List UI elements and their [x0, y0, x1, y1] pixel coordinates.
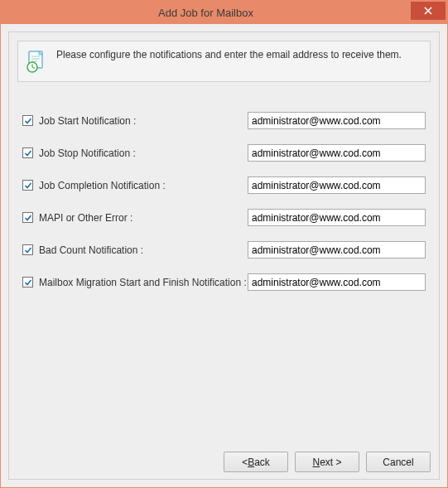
cancel-button[interactable]: Cancel	[366, 452, 431, 472]
check-icon	[24, 278, 32, 287]
close-button[interactable]	[411, 2, 446, 20]
row-migration: Mailbox Migration Start and Finish Notif…	[22, 273, 426, 291]
checkbox-job-completion[interactable]	[22, 180, 33, 191]
check-icon	[24, 149, 32, 157]
window-title: Add Job for Mailbox	[1, 7, 411, 19]
content-panel: Please configure the notifications and e…	[8, 31, 440, 480]
back-prefix: <	[242, 457, 248, 468]
input-job-start[interactable]	[248, 112, 426, 129]
input-bad-count[interactable]	[248, 241, 426, 258]
input-job-stop[interactable]	[248, 144, 426, 162]
label-job-completion: Job Completion Notification :	[39, 180, 166, 191]
check-icon	[24, 246, 32, 254]
row-job-completion: Job Completion Notification :	[22, 176, 426, 194]
next-mnemonic: N	[312, 457, 320, 468]
close-icon	[424, 7, 432, 15]
document-clock-icon	[25, 50, 48, 73]
info-banner: Please configure the notifications and e…	[17, 41, 431, 82]
back-suffix: ack	[254, 457, 270, 468]
input-mapi-error[interactable]	[248, 209, 426, 226]
checkbox-migration[interactable]	[22, 277, 33, 287]
dialog-window: Add Job for Mailbox Please configure the…	[0, 0, 448, 488]
row-job-start: Job Start Notification :	[22, 112, 426, 129]
checkbox-mapi-error[interactable]	[22, 212, 33, 223]
label-job-start: Job Start Notification :	[39, 115, 136, 127]
titlebar: Add Job for Mailbox	[1, 1, 447, 24]
spacer	[17, 291, 431, 447]
back-button[interactable]: < Back	[224, 452, 288, 472]
label-mapi-error: MAPI or Other Error :	[39, 212, 132, 224]
next-button[interactable]: Next >	[295, 452, 359, 472]
dialog-body: Please configure the notifications and e…	[1, 24, 447, 487]
notification-form: Job Start Notification : Job Stop Notifi…	[17, 112, 431, 291]
row-bad-count: Bad Count Notification :	[22, 241, 426, 258]
check-icon	[24, 214, 32, 222]
back-mnemonic: B	[248, 457, 254, 468]
row-mapi-error: MAPI or Other Error :	[22, 209, 426, 226]
label-job-stop: Job Stop Notification :	[39, 147, 136, 159]
checkbox-job-start[interactable]	[22, 115, 33, 126]
check-icon	[24, 181, 32, 190]
checkbox-job-stop[interactable]	[22, 147, 33, 158]
input-migration[interactable]	[248, 273, 426, 291]
checkbox-bad-count[interactable]	[22, 244, 33, 255]
check-icon	[24, 117, 32, 125]
info-text: Please configure the notifications and e…	[56, 48, 402, 62]
input-job-completion[interactable]	[248, 176, 426, 194]
button-bar: < Back Next > Cancel	[17, 452, 431, 472]
row-job-stop: Job Stop Notification :	[22, 144, 426, 162]
label-migration: Mailbox Migration Start and Finish Notif…	[39, 277, 247, 288]
label-bad-count: Bad Count Notification :	[39, 244, 143, 256]
next-suffix: ext >	[320, 457, 341, 468]
